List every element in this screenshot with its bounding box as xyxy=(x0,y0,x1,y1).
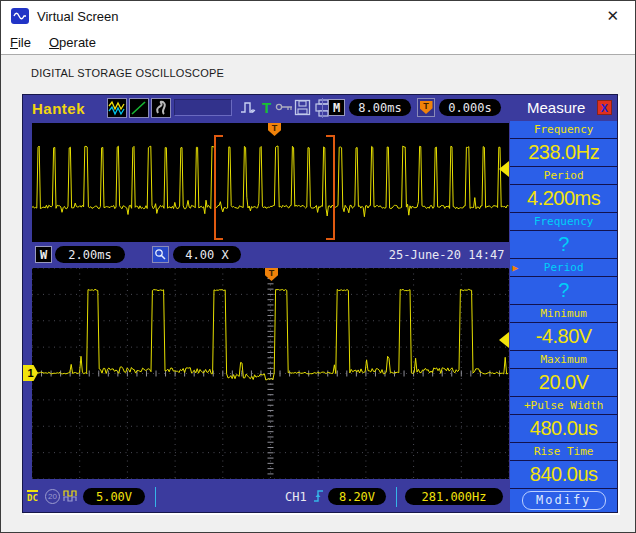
title-bar: Virtual Screen ✕ xyxy=(1,1,635,31)
measure-item-label-text: Minimum xyxy=(541,307,587,320)
measure-item-label[interactable]: Minimum xyxy=(510,305,617,322)
cursor-line-icon[interactable] xyxy=(129,98,149,118)
measure-item-label[interactable]: Period xyxy=(510,167,617,184)
save-floppy-icon[interactable] xyxy=(294,99,311,120)
timebase-value[interactable]: 8.00ms xyxy=(349,99,411,116)
waveform-display-icon[interactable] xyxy=(107,98,127,118)
channel-label: CH1 xyxy=(285,490,307,504)
window-timebase-value[interactable]: 2.00ms xyxy=(55,246,125,263)
measure-item-label-text: Rise Time xyxy=(534,445,594,458)
scope-toolbar: Hantek T xyxy=(23,95,510,122)
rising-edge-icon[interactable] xyxy=(313,488,325,508)
measure-panel-title: Measure xyxy=(515,99,597,116)
measure-item-value: -4.80V xyxy=(510,322,617,351)
measure-item-label[interactable]: Frequency xyxy=(510,121,617,138)
zoom-window-left-bracket[interactable] xyxy=(214,135,223,240)
trigger-position-icon[interactable]: T xyxy=(417,98,435,117)
trigger-frequency-value[interactable]: 281.000Hz xyxy=(405,488,503,505)
main-timebase-icon[interactable]: M xyxy=(328,99,345,116)
status-separator-1 xyxy=(155,487,156,507)
measure-item-label-text: Period xyxy=(544,261,584,274)
measure-item-value: 4.200ms xyxy=(510,184,617,213)
window-close-button[interactable]: ✕ xyxy=(600,7,625,25)
measure-item-label[interactable]: +Pulse Width xyxy=(510,397,617,414)
content-area: DIGITAL STORAGE OSCILLOSCOPE Hantek xyxy=(1,56,635,532)
zoom-magnifier-icon[interactable] xyxy=(152,246,169,263)
measure-item-label-text: Maximum xyxy=(541,353,587,366)
trigger-time-value[interactable]: 0.000s xyxy=(439,99,501,116)
measure-item-label[interactable]: Rise Time xyxy=(510,443,617,460)
trigger-position-marker-main[interactable]: T xyxy=(265,268,278,281)
channel-status-bar: DC 20 5.00V CH1 8.20V 281.000Hz xyxy=(23,479,510,514)
main-display: T xyxy=(32,268,509,479)
toolbar-separator xyxy=(322,98,323,118)
status-separator-2 xyxy=(396,487,397,507)
measure-item-value: ? xyxy=(510,230,617,259)
zoom-factor-value[interactable]: 4.00 X xyxy=(173,246,241,263)
datetime-display: 25-June-20 14:47 xyxy=(389,248,505,262)
trigger-position-marker[interactable]: T xyxy=(268,123,281,136)
measure-body: Frequency238.0HzPeriod4.200msFrequency?▶… xyxy=(510,121,617,489)
window-title: Virtual Screen xyxy=(37,9,118,24)
measure-item-value: 840.0us xyxy=(510,460,617,489)
measure-panel-header: Measure X xyxy=(510,95,617,121)
virtual-screen-window: Virtual Screen ✕ File Operate DIGITAL ST… xyxy=(0,0,636,533)
app-waveform-icon xyxy=(11,8,29,24)
menu-bar: File Operate xyxy=(1,31,635,55)
measure-panel: Measure X Frequency238.0HzPeriod4.200msF… xyxy=(510,95,617,512)
bandwidth-limit-icon[interactable]: 20 xyxy=(45,489,60,504)
window-timebase-icon[interactable]: W xyxy=(35,246,52,263)
zoom-window-bar: W 2.00ms 4.00 X 25-June-20 14:47 xyxy=(23,242,510,268)
key-lock-icon[interactable] xyxy=(275,99,295,119)
oscilloscope-screen: Hantek T xyxy=(22,94,618,513)
zoom-window-right-bracket[interactable] xyxy=(326,135,335,240)
measure-item-value: 238.0Hz xyxy=(510,138,617,167)
overview-waveform xyxy=(32,123,509,242)
scope-display-region: Hantek T xyxy=(23,95,510,512)
measure-item-label[interactable]: ▶Period xyxy=(510,259,617,276)
measure-item-value: ? xyxy=(510,276,617,305)
trigger-level-value[interactable]: 8.20V xyxy=(328,488,386,505)
toolbar-blank-field[interactable] xyxy=(174,99,232,116)
measure-item-label[interactable]: Maximum xyxy=(510,351,617,368)
measure-item-label-text: Frequency xyxy=(534,123,594,136)
dc-coupling-icon[interactable]: DC xyxy=(27,490,38,503)
main-waveform xyxy=(32,268,509,479)
measure-panel-close-button[interactable]: X xyxy=(597,100,612,115)
modify-row: Modify xyxy=(510,489,617,512)
selected-item-arrow: ▶ xyxy=(512,262,518,273)
measure-item-label-text: +Pulse Width xyxy=(524,399,603,412)
measure-item-value: 480.0us xyxy=(510,414,617,443)
modify-button[interactable]: Modify xyxy=(522,491,606,510)
measure-item-value: 20.0V xyxy=(510,368,617,397)
square-wave-icon[interactable] xyxy=(63,489,79,507)
trigger-menu-icon[interactable]: T xyxy=(262,99,271,116)
measure-item-label-text: Period xyxy=(544,169,584,182)
pulse-mode-icon[interactable] xyxy=(240,99,258,121)
measure-item-label-text: Frequency xyxy=(534,215,594,228)
brand-logo: Hantek xyxy=(32,100,85,117)
measure-item-label[interactable]: Frequency xyxy=(510,213,617,230)
overview-display: T xyxy=(32,123,509,242)
volts-per-div-value[interactable]: 5.00V xyxy=(83,488,145,505)
pan-hand-icon[interactable] xyxy=(151,98,171,118)
page-title: DIGITAL STORAGE OSCILLOSCOPE xyxy=(31,67,224,79)
menu-file[interactable]: File xyxy=(10,35,31,50)
menu-operate[interactable]: Operate xyxy=(49,35,96,50)
